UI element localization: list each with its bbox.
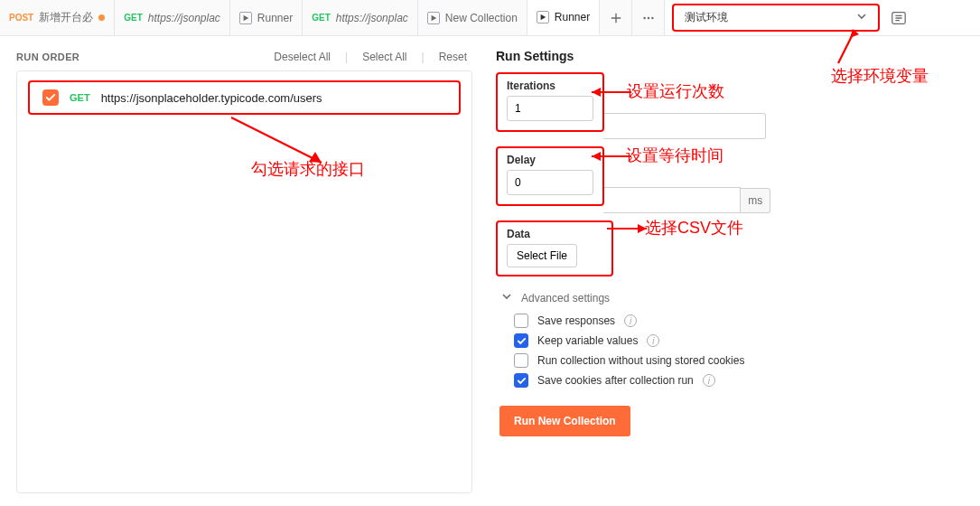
checkbox[interactable] [514, 373, 528, 388]
info-icon[interactable]: i [647, 334, 659, 347]
delay-input[interactable] [507, 170, 593, 195]
option-save-cookies[interactable]: Save cookies after collection run i [514, 373, 964, 388]
http-method-badge: POST [9, 13, 33, 23]
tab-label: https://jsonplac [148, 12, 220, 24]
run-order-actions: Deselect All | Select All | Reset [268, 49, 472, 65]
dirty-dot-icon [98, 14, 105, 21]
delay-input-remainder[interactable] [603, 187, 741, 213]
tab-request-0[interactable]: POST 新增开台必 [0, 0, 115, 35]
option-no-cookies[interactable]: Run collection without using stored cook… [514, 353, 964, 368]
data-field-group: Data Select File [496, 220, 613, 276]
data-label: Data [507, 228, 602, 240]
tab-runner-4[interactable]: New Collection [418, 0, 527, 35]
select-all-button[interactable]: Select All [357, 49, 412, 65]
checkbox[interactable] [514, 333, 528, 348]
tab-request-1[interactable]: GET https://jsonplac [115, 0, 230, 35]
tab-label: New Collection [445, 12, 518, 24]
deselect-all-button[interactable]: Deselect All [268, 49, 336, 65]
svg-point-1 [647, 16, 649, 18]
tab-bar: POST 新增开台必 GET https://jsonplac Runner G… [0, 0, 980, 36]
tab-label: 新增开台必 [39, 10, 93, 25]
tab-label: Runner [257, 12, 293, 24]
http-method-badge: GET [312, 13, 331, 23]
runner-icon [427, 12, 440, 24]
http-method-badge: GET [124, 13, 143, 23]
advanced-settings-toggle[interactable]: Advanced settings [501, 291, 964, 305]
separator: | [416, 49, 430, 65]
tab-request-3[interactable]: GET https://jsonplac [303, 0, 418, 35]
run-order-title: RUN ORDER [16, 52, 79, 62]
select-file-button[interactable]: Select File [507, 244, 577, 267]
tab-runner-5[interactable]: Runner [527, 0, 600, 35]
tab-label: Runner [555, 11, 590, 23]
info-icon[interactable]: i [624, 314, 637, 327]
run-collection-button[interactable]: Run New Collection [499, 406, 630, 436]
tab-runner-2[interactable]: Runner [230, 0, 303, 35]
environment-selector[interactable]: 测试环境 [672, 4, 880, 32]
request-row[interactable]: GET https://jsonplaceholder.typicode.com… [28, 80, 461, 115]
chevron-down-icon [501, 291, 512, 305]
delay-label: Delay [507, 154, 593, 166]
runner-main: RUN ORDER Deselect All | Select All | Re… [0, 36, 980, 506]
svg-point-0 [643, 16, 645, 18]
option-label: Run collection without using stored cook… [537, 354, 744, 367]
iterations-input[interactable] [507, 96, 593, 121]
environment-selected-label: 测试环境 [685, 10, 728, 25]
svg-point-2 [651, 16, 653, 18]
option-keep-vars[interactable]: Keep variable values i [514, 333, 964, 348]
info-icon[interactable]: i [703, 374, 715, 387]
tab-overflow-button[interactable] [632, 0, 665, 35]
option-label: Keep variable values [537, 334, 638, 347]
iterations-field-group: Iterations [496, 72, 604, 132]
request-checkbox[interactable] [42, 89, 59, 106]
separator: | [340, 49, 353, 65]
run-settings-title: Run Settings [496, 49, 964, 63]
new-tab-button[interactable] [600, 0, 632, 35]
run-settings-panel: Run Settings Iterations Delay ms Data Se… [496, 49, 964, 493]
delay-field-group: Delay [496, 146, 604, 206]
tab-label: https://jsonplac [336, 12, 408, 24]
checkbox[interactable] [514, 353, 528, 368]
chevron-down-icon [856, 11, 867, 24]
option-label: Save responses [537, 314, 615, 327]
option-label: Save cookies after collection run [537, 374, 694, 387]
delay-unit: ms [741, 188, 770, 213]
reset-order-button[interactable]: Reset [434, 49, 472, 65]
run-order-list: GET https://jsonplaceholder.typicode.com… [16, 70, 472, 493]
runner-icon [537, 11, 549, 23]
run-order-panel: RUN ORDER Deselect All | Select All | Re… [16, 49, 472, 493]
advanced-settings-label: Advanced settings [521, 292, 610, 305]
environment-quicklook-button[interactable] [885, 0, 912, 35]
iterations-label: Iterations [507, 80, 593, 92]
runner-icon [239, 12, 252, 24]
http-method-badge: GET [70, 92, 90, 103]
checkbox[interactable] [514, 314, 528, 328]
option-save-responses[interactable]: Save responses i [514, 314, 964, 328]
iterations-input-visible-remainder[interactable] [603, 113, 766, 139]
request-url: https://jsonplaceholder.typicode.com/use… [101, 91, 322, 105]
